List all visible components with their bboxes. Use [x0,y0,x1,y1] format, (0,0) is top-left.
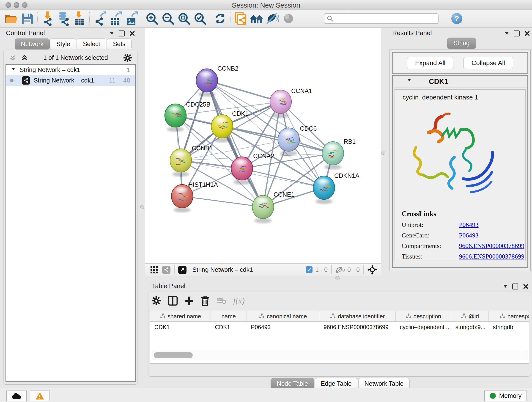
network-node-CCNB1[interactable] [170,149,191,177]
table-cell[interactable]: stringdb [489,322,529,332]
column-header-name[interactable]: name [211,311,247,321]
crosslink-value-link[interactable]: P06493 [459,221,479,229]
create-column-icon[interactable] [185,296,194,305]
network-collection-row[interactable]: String Network – cdk1 1 [6,65,135,75]
table-options-gear-icon[interactable] [152,296,161,305]
delete-column-icon[interactable] [201,296,209,306]
export-table-button[interactable] [108,11,124,26]
show-columns-icon[interactable] [168,296,178,306]
column-header-canonical-name[interactable]: canonical name [247,311,319,321]
warnings-button[interactable] [30,390,50,401]
collapse-all-button[interactable]: Collapse All [463,57,513,69]
delete-table-icon[interactable] [216,297,226,305]
table-panel-close-icon[interactable] [523,284,528,289]
collapse-all-icon[interactable] [9,54,16,61]
control-panel-collapse-icon[interactable] [110,32,114,36]
crosslink-row: Tissues:9606.ENSP00000378699 [402,253,525,260]
selected-node-edge-counts: 1 - 0 [315,266,328,274]
expand-all-button[interactable]: Expand All [407,57,453,69]
statusbar-divider [363,265,364,274]
crosslink-value-link[interactable]: 9606.ENSP00000378699 [459,242,524,249]
results-panel-close-icon[interactable] [525,31,530,36]
network-node-CDKN1A[interactable] [313,176,335,204]
table-cell[interactable]: CDK1 [150,322,211,332]
network-badge-icon[interactable] [162,266,171,274]
column-header-label: name [222,313,236,320]
column-header-database-identifier[interactable]: database identifier [319,311,396,321]
table-cell[interactable]: cyclin–dependent ... [396,322,451,332]
network-node-RB1[interactable] [322,142,344,170]
function-builder-icon[interactable]: f(x) [233,296,245,306]
bottom-splitter-handle[interactable] [336,276,340,280]
column-header-namespace[interactable]: namespace [489,311,529,321]
toolbar-search[interactable] [324,13,438,24]
left-splitter-handle[interactable] [140,205,144,209]
table-row[interactable]: CDK1CDK1P064939606.ENSP00000378699cyclin… [150,322,529,332]
table-cell[interactable]: 9606.ENSP00000378699 [319,322,396,332]
memory-button[interactable]: Memory [484,390,527,401]
tab-select[interactable]: Select [77,38,106,50]
grid-view-icon[interactable] [150,266,158,274]
crosslink-value-link[interactable]: P06493 [459,232,479,239]
table-panel-collapse-icon[interactable] [504,285,507,289]
import-network-from-file-button[interactable] [39,11,56,26]
expand-all-icon[interactable] [21,54,28,61]
control-panel-close-icon[interactable] [130,31,135,36]
zoom-selected-button[interactable] [192,11,208,26]
hide-selected-nodes-button[interactable] [264,11,280,26]
column-header-@id[interactable]: @id [451,311,489,321]
network-canvas[interactable]: CCNB2CCNA1CDC25BCDK1CDC6RB1CCNB1CCNA2CDK… [145,28,381,263]
zoom-out-button[interactable] [160,11,176,26]
zoom-in-button[interactable] [144,11,160,26]
protein-section-header[interactable]: CDK1 [393,76,527,88]
network-node-CCNE1[interactable] [252,195,274,223]
open-network-in-browser-button[interactable] [232,11,248,26]
results-panel-float-icon[interactable] [514,31,520,36]
zoom-fit-button[interactable] [176,11,192,26]
string-home-button[interactable] [248,11,264,26]
table-horizontal-scrollbar[interactable] [152,351,527,360]
export-network-button[interactable] [92,11,108,26]
show-hidden-nodes-button[interactable] [280,11,297,26]
table-cell[interactable]: CDK1 [211,322,247,332]
control-panel-float-icon[interactable] [119,31,125,36]
crosslinks-list: Uniprot:P06493GeneCard:P06493Compartment… [402,221,525,261]
network-edge[interactable] [207,80,281,102]
column-type-icon [259,313,264,320]
export-image-button[interactable] [124,11,140,26]
open-network-external-icon[interactable] [178,266,186,274]
network-node-CDC25B[interactable] [165,104,186,132]
selected-checkbox-icon[interactable] [306,266,312,273]
open-session-button[interactable] [3,11,19,26]
network-node-CDC6[interactable] [278,128,299,156]
results-panel-collapse-icon[interactable] [505,32,509,36]
table-cell[interactable]: P06493 [247,322,319,332]
table-panel-title: Table Panel [152,282,185,290]
table-cell[interactable]: stringdb:9... [451,322,489,332]
tab-style[interactable]: Style [50,38,76,50]
crosslink-value-link[interactable]: 9606.ENSP00000378699 [459,253,524,260]
network-node-HIST1H1A[interactable] [171,185,193,212]
network-edge[interactable] [182,196,263,207]
column-header-description[interactable]: description [396,311,451,321]
network-node-CCNB2[interactable] [196,69,218,97]
import-network-from-database-button[interactable] [56,11,71,26]
tab-string[interactable]: String [447,38,476,49]
network-row[interactable]: String Network – cdk1 11 48 [6,75,135,86]
cloud-button[interactable] [6,390,27,401]
refresh-button[interactable] [212,11,228,26]
help-button[interactable]: ? [451,13,462,24]
save-session-button[interactable] [19,11,35,26]
scrollbar-thumb[interactable] [154,352,193,358]
right-splitter-handle[interactable] [381,151,385,155]
protein-expander-icon[interactable] [407,79,411,83]
network-options-gear-icon[interactable] [123,53,132,62]
search-input[interactable] [334,15,431,22]
collection-expander-icon[interactable] [12,68,15,72]
column-header-shared-name[interactable]: shared name [150,311,211,321]
tab-network[interactable]: Network [15,38,50,50]
table-panel-float-icon[interactable] [512,283,518,289]
fit-content-crosshair-icon[interactable] [367,265,377,274]
tab-sets[interactable]: Sets [107,38,132,50]
import-table-from-file-button[interactable] [71,11,88,26]
